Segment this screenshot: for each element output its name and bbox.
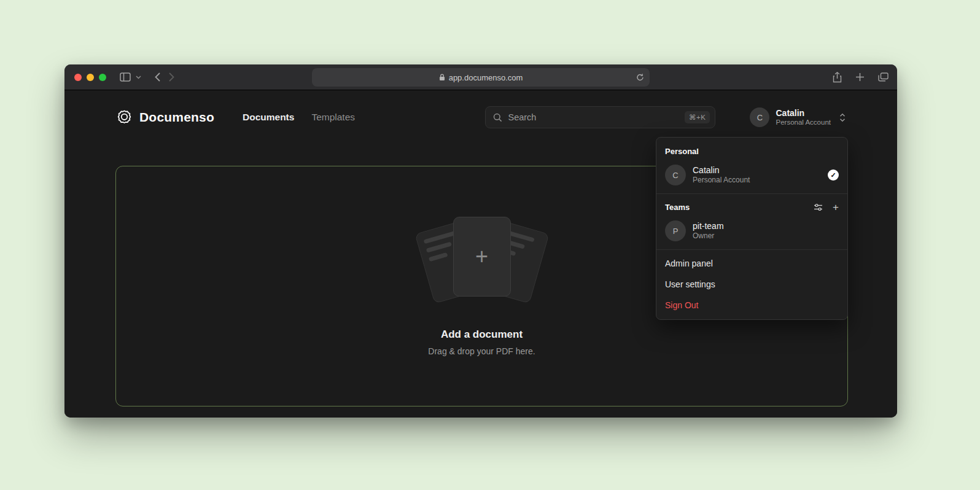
plus-icon: +	[475, 246, 488, 268]
teams-section-label: Teams	[665, 203, 814, 212]
browser-titlebar: app.documenso.com	[64, 64, 897, 90]
chevron-down-icon[interactable]	[136, 69, 141, 86]
team-item[interactable]: P pit-team Owner	[656, 216, 847, 246]
personal-account-name: Catalin	[693, 165, 821, 176]
document-card-center: +	[453, 217, 511, 297]
menu-item-admin-panel[interactable]: Admin panel	[656, 253, 847, 274]
account-menu-trigger[interactable]: C Catalin Personal Account	[750, 107, 846, 127]
traffic-lights	[74, 74, 106, 81]
back-button[interactable]	[155, 69, 160, 86]
account-name: Catalin	[776, 108, 831, 119]
menu-divider	[656, 249, 847, 250]
share-icon[interactable]	[833, 69, 842, 86]
tab-overview-icon[interactable]	[878, 69, 889, 86]
titlebar-right-actions	[833, 69, 889, 86]
avatar: C	[665, 165, 686, 185]
url-text: app.documenso.com	[449, 73, 523, 82]
close-window-button[interactable]	[74, 74, 82, 81]
nav-templates[interactable]: Templates	[311, 112, 355, 123]
menu-divider	[656, 193, 847, 194]
team-avatar: P	[665, 220, 686, 241]
team-item-text: pit-team Owner	[693, 221, 839, 241]
document-stack-illustration: +	[411, 217, 553, 309]
account-type: Personal Account	[776, 119, 831, 127]
sidebar-toggle-icon[interactable]	[120, 69, 131, 86]
team-name: pit-team	[693, 221, 839, 232]
browser-window: app.documenso.com	[64, 64, 897, 418]
menu-item-sign-out[interactable]: Sign Out	[656, 295, 847, 316]
chevron-up-down-icon	[839, 113, 846, 122]
teams-header-icons: +	[814, 202, 839, 212]
search-shortcut-badge: ⌘+K	[685, 111, 710, 123]
nav-documents[interactable]: Documents	[243, 112, 294, 123]
forward-button[interactable]	[169, 69, 174, 86]
personal-account-item[interactable]: C Catalin Personal Account ✓	[656, 160, 847, 190]
menu-item-user-settings[interactable]: User settings	[656, 274, 847, 295]
app-header: Documenso Documents Templates Search ⌘+K	[64, 90, 897, 144]
personal-section-label: Personal	[656, 141, 847, 160]
new-tab-icon[interactable]	[855, 69, 865, 86]
manage-teams-icon[interactable]	[814, 203, 823, 211]
documenso-logo-icon	[116, 109, 133, 126]
avatar: C	[750, 107, 769, 127]
brand[interactable]: Documenso	[116, 109, 214, 126]
brand-name: Documenso	[139, 110, 214, 125]
main-nav: Documents Templates	[243, 112, 355, 123]
dropzone-subtitle: Drag & drop your PDF here.	[428, 346, 535, 356]
teams-section-header: Teams +	[656, 197, 847, 216]
search-icon	[493, 113, 502, 122]
search-placeholder: Search	[508, 112, 679, 122]
create-team-icon[interactable]: +	[833, 202, 839, 212]
search-input[interactable]: Search ⌘+K	[485, 106, 715, 128]
dropzone-title: Add a document	[441, 329, 523, 341]
personal-account-type: Personal Account	[693, 176, 821, 185]
zoom-window-button[interactable]	[99, 74, 106, 81]
account-dropdown-menu: Personal C Catalin Personal Account ✓ Te…	[656, 137, 848, 320]
team-role: Owner	[693, 231, 839, 241]
desktop: app.documenso.com	[0, 0, 980, 490]
address-bar[interactable]: app.documenso.com	[312, 68, 650, 87]
account-text: Catalin Personal Account	[776, 108, 831, 127]
reload-icon[interactable]	[636, 74, 644, 82]
documenso-app: Documenso Documents Templates Search ⌘+K	[64, 90, 897, 418]
minimize-window-button[interactable]	[87, 74, 94, 81]
selected-check-icon: ✓	[828, 169, 839, 181]
personal-account-text: Catalin Personal Account	[693, 165, 821, 185]
lock-icon	[439, 74, 445, 81]
